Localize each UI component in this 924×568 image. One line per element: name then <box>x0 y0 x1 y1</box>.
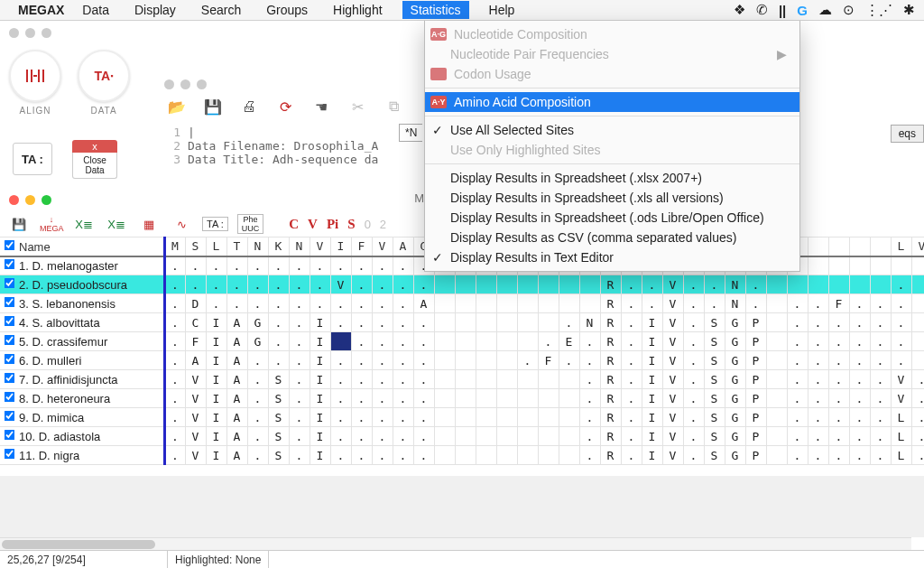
row-name-cell[interactable]: 9. D. mimica <box>0 408 164 427</box>
aa-cell[interactable]: S <box>268 427 289 446</box>
aa-cell[interactable]: P <box>745 313 766 332</box>
aa-cell[interactable]: . <box>787 446 808 465</box>
col-header[interactable]: V <box>310 237 330 256</box>
aa-cell[interactable]: V <box>662 370 683 389</box>
aa-cell[interactable] <box>911 275 924 294</box>
aa-cell[interactable]: I <box>642 370 662 389</box>
aa-cell[interactable]: . <box>787 332 808 351</box>
aa-cell[interactable]: . <box>351 370 372 389</box>
aa-cell[interactable]: . <box>330 446 351 465</box>
steelseries-icon[interactable]: ⊙ <box>843 2 855 18</box>
aa-cell[interactable] <box>434 389 455 408</box>
menu-display-xlsx[interactable]: Display Results in Spreadsheet (.xlsx 20… <box>425 168 799 188</box>
aa-cell[interactable] <box>434 370 455 389</box>
aa-cell[interactable]: . <box>683 389 704 408</box>
aa-cell[interactable]: . <box>351 313 372 332</box>
aa-cell[interactable]: . <box>808 351 828 370</box>
aa-cell[interactable]: I <box>310 332 330 351</box>
aa-cell[interactable]: . <box>247 427 268 446</box>
aa-cell[interactable]: S <box>704 408 725 427</box>
aa-cell[interactable]: . <box>579 332 600 351</box>
close-data-tile[interactable]: x Close Data <box>72 140 117 179</box>
aa-cell[interactable] <box>911 313 924 332</box>
cloud-icon[interactable]: ☁ <box>818 2 832 18</box>
aa-cell[interactable]: . <box>164 446 185 465</box>
aa-cell[interactable]: L <box>891 408 911 427</box>
aa-cell[interactable] <box>517 275 538 294</box>
aa-cell[interactable]: . <box>393 427 413 446</box>
row-checkbox[interactable] <box>5 411 15 422</box>
aa-cell[interactable]: S <box>704 370 725 389</box>
aa-cell[interactable]: . <box>787 370 808 389</box>
menu-groups[interactable]: Groups <box>261 1 313 19</box>
aa-cell[interactable]: . <box>621 332 642 351</box>
aa-cell[interactable]: I <box>206 446 226 465</box>
ta-toggle[interactable]: TA : <box>202 217 228 231</box>
aa-cell[interactable] <box>766 351 787 370</box>
aa-cell[interactable] <box>455 427 476 446</box>
aa-cell[interactable]: F <box>538 351 559 370</box>
aa-cell[interactable]: . <box>247 351 268 370</box>
aa-cell[interactable]: . <box>683 351 704 370</box>
aa-cell[interactable]: A <box>226 351 247 370</box>
col-header[interactable]: M <box>164 237 185 256</box>
row-name-cell[interactable]: 7. D. affinidisjuncta <box>0 370 164 389</box>
aa-cell[interactable]: . <box>787 427 808 446</box>
row-checkbox[interactable] <box>5 373 15 384</box>
aa-cell[interactable]: . <box>206 256 226 275</box>
aa-cell[interactable]: . <box>808 427 828 446</box>
aa-cell[interactable]: . <box>849 370 870 389</box>
aa-cell[interactable]: . <box>372 294 393 313</box>
aa-cell[interactable]: P <box>745 332 766 351</box>
aa-cell[interactable]: D <box>185 294 206 313</box>
aa-cell[interactable]: . <box>517 351 538 370</box>
aa-cell[interactable]: A <box>226 427 247 446</box>
aa-cell[interactable] <box>496 275 517 294</box>
aa-cell[interactable]: . <box>642 275 662 294</box>
table-row[interactable]: 4. S. albovittata.CIAG..I......NR.IV.SGP… <box>0 313 924 332</box>
aa-cell[interactable]: . <box>808 389 828 408</box>
aa-cell[interactable]: V <box>185 427 206 446</box>
aa-cell[interactable]: V <box>662 294 683 313</box>
aa-cell[interactable] <box>496 408 517 427</box>
dropbox-icon[interactable]: ❖ <box>734 2 745 18</box>
aa-cell[interactable] <box>787 275 808 294</box>
aa-cell[interactable] <box>559 389 579 408</box>
aa-cell[interactable]: . <box>372 275 393 294</box>
row-checkbox[interactable] <box>5 278 15 289</box>
aa-cell[interactable] <box>496 332 517 351</box>
aa-cell[interactable]: R <box>600 446 621 465</box>
aa-cell[interactable]: . <box>891 275 911 294</box>
aa-cell[interactable] <box>870 275 891 294</box>
aa-cell[interactable]: P <box>745 408 766 427</box>
aa-cell[interactable]: . <box>268 294 289 313</box>
aa-cell[interactable]: . <box>268 256 289 275</box>
aa-cell[interactable]: G <box>725 446 745 465</box>
aa-cell[interactable] <box>579 294 600 313</box>
aa-cell[interactable]: . <box>413 275 434 294</box>
aa-cell[interactable]: . <box>621 446 642 465</box>
aa-cell[interactable]: . <box>330 256 351 275</box>
aa-cell[interactable]: . <box>247 446 268 465</box>
save-icon[interactable]: 💾 <box>204 98 222 116</box>
col-header[interactable]: L <box>891 237 911 256</box>
aa-cell[interactable]: . <box>579 408 600 427</box>
aa-cell[interactable]: . <box>870 389 891 408</box>
aa-cell[interactable]: . <box>621 408 642 427</box>
aa-cell[interactable]: . <box>683 427 704 446</box>
aa-cell[interactable]: I <box>642 389 662 408</box>
aa-cell[interactable]: . <box>745 294 766 313</box>
aa-cell[interactable]: . <box>372 446 393 465</box>
col-header[interactable]: F <box>351 237 372 256</box>
viber-icon[interactable]: ✆ <box>756 2 768 18</box>
aa-cell[interactable]: . <box>683 313 704 332</box>
aa-cell[interactable]: . <box>621 389 642 408</box>
hand-icon[interactable]: ☚ <box>312 98 330 116</box>
aa-cell[interactable]: R <box>600 408 621 427</box>
aa-cell[interactable]: S <box>268 389 289 408</box>
aa-cell[interactable] <box>434 332 455 351</box>
aa-cell[interactable]: F <box>828 294 849 313</box>
aa-cell[interactable] <box>476 370 496 389</box>
cut-icon[interactable]: ✂ <box>348 98 366 116</box>
aa-cell[interactable]: . <box>226 256 247 275</box>
